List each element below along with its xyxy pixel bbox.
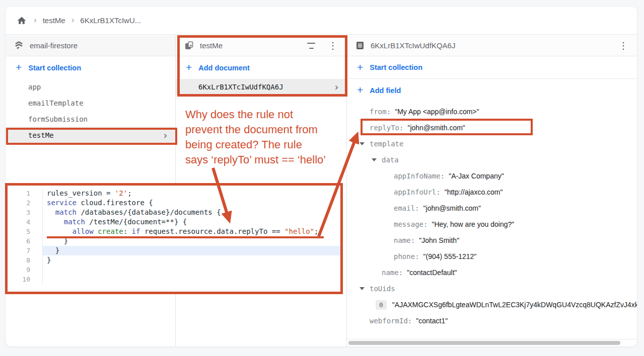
kebab-menu-icon[interactable]: ⋮ [325,39,340,52]
code-text: allow create: if request.resource.data.r… [43,227,340,236]
plus-icon: + [357,84,363,95]
field-row-email[interactable]: email: "john@smith.com" [347,200,637,216]
line-number: 6 [8,236,43,246]
line-number: 2 [8,198,43,208]
code-content: 1rules_version = '2';2service cloud.fire… [8,189,340,284]
document-icon [356,41,364,50]
field-row-name[interactable]: name: "John Smith" [347,232,637,248]
line-number: 7 [8,246,43,255]
code-text: } [43,236,340,246]
firestore-data-viewer: › testMe › 6KxLrB1XTcIwU... email-firest… [5,6,637,347]
filter-icon[interactable] [307,43,316,49]
security-rules-editor[interactable]: 1rules_version = '2';2service cloud.fire… [5,183,343,294]
collections-list: app emailTemplate formSubmission testMe … [6,79,175,143]
plus-icon: + [357,62,363,72]
document-title: 6KxLrB1XTcIwUdfKQA6J [371,41,455,50]
code-line[interactable]: 6 } [8,236,340,246]
code-line[interactable]: 8} [8,255,340,265]
triangle-down-icon[interactable] [370,158,382,161]
line-number: 5 [8,227,43,236]
line-number: 3 [8,208,43,217]
collection-title: testMe [200,41,223,50]
field-row-message[interactable]: message: "Hey, how are you doing?" [347,216,637,232]
code-text [43,275,340,284]
collection-icon [185,41,193,50]
code-text: rules_version = '2'; [43,189,340,198]
chevron-right-icon: › [163,131,168,140]
start-collection-button[interactable]: + Start collection [6,56,175,79]
code-text: } [43,255,340,265]
field-row-appinfoname[interactable]: appInfoName: "A-Jax Company" [347,168,637,184]
chevron-right-icon: › [71,15,75,25]
breadcrumb-item-document: 6KxLrB1XTcIwU... [80,16,141,25]
code-line[interactable]: 10 [8,275,340,284]
field-row-phone[interactable]: phone: "(904) 555-1212" [347,248,637,264]
field-row-replyto[interactable]: replyTo: "john@smith.com" [347,120,637,136]
triangle-down-icon[interactable] [358,287,370,290]
code-text: } [43,246,340,255]
add-document-button[interactable]: + Add document [176,56,346,79]
plus-icon: + [16,62,22,72]
chevron-right-icon: › [334,82,339,92]
line-number: 9 [8,265,43,275]
field-row-from[interactable]: from: "My App <app@info.com>" [347,104,637,120]
code-line[interactable]: 7 } [8,246,340,255]
code-text: service cloud.firestore { [43,198,340,208]
collection-item-emailtemplate[interactable]: emailTemplate [6,95,175,111]
field-row-data[interactable]: data [347,152,637,168]
code-text [43,265,340,275]
collection-item-testme[interactable]: testMe › [6,127,175,143]
field-row-touids-0[interactable]: 0 "AJAXMGCXSg6fbLgteaWDLnTwL2EC3Kj7y4kDW… [347,297,637,313]
breadcrumb-item-collection[interactable]: testMe [43,16,65,25]
line-number: 10 [8,275,43,284]
code-line[interactable]: 2service cloud.firestore { [8,198,340,208]
code-line[interactable]: 9 [8,265,340,275]
code-text: match /testMe/{document=**} { [43,217,340,227]
home-icon[interactable] [17,16,27,26]
code-line[interactable]: 1rules_version = '2'; [8,189,340,198]
collection-item-formsubmission[interactable]: formSubmission [6,111,175,127]
add-field-button[interactable]: + Add field [347,79,637,102]
breadcrumb: › testMe › 6KxLrB1XTcIwU... [6,7,637,35]
triangle-down-icon[interactable] [358,142,370,145]
line-number: 4 [8,217,43,227]
code-line[interactable]: 3 match /databases/{database}/documents … [8,208,340,217]
start-collection-button[interactable]: + Start collection [347,56,637,79]
code-text: match /databases/{database}/documents { [43,208,340,217]
field-row-template[interactable]: template [347,136,637,152]
database-title: email-firestore [30,41,78,50]
field-row-appinfourl[interactable]: appInfoUrl: "http://ajaxco.com" [347,184,637,200]
chevron-right-icon: › [34,15,37,25]
collection-item-app[interactable]: app [6,79,175,95]
horizontal-scrollbar-thumb[interactable] [348,341,620,345]
array-index-badge: 0 [376,300,387,310]
code-line[interactable]: 4 match /testMe/{document=**} { [8,217,340,227]
code-line[interactable]: 5 allow create: if request.resource.data… [8,227,340,236]
field-row-touids[interactable]: toUids [347,281,637,297]
field-list: from: "My App <app@info.com>" replyTo: "… [347,102,637,329]
firestore-database-icon [15,41,23,50]
document-item[interactable]: 6KxLrB1XTcIwUdfKQA6J › [176,79,346,95]
plus-icon: + [186,62,192,72]
horizontal-scrollbar [347,339,637,346]
document-panel: 6KxLrB1XTcIwUdfKQA6J ⋮ + Start collectio… [347,35,637,346]
kebab-menu-icon[interactable]: ⋮ [616,39,631,52]
field-row-template-name[interactable]: name: "contactDefault" [347,264,637,281]
line-number: 8 [8,255,43,265]
line-number: 1 [8,189,43,198]
field-row-webformid[interactable]: webformId: "contact1" [347,313,637,329]
